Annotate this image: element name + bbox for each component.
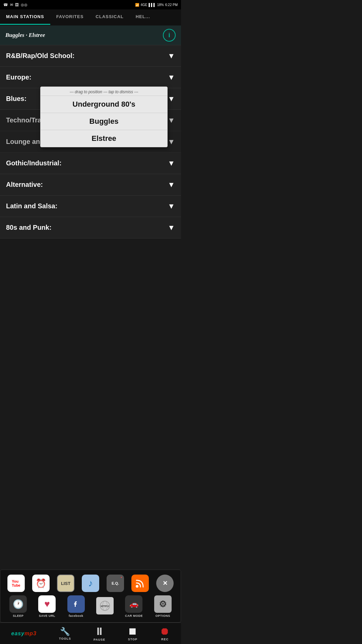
category-alternative-label: Alternative: [6,181,43,189]
status-bar: ☎ ✉ 🖼 ◎◎ 📶 4GE ▌▌▌ 18% 6:22 PM [0,0,181,9]
now-playing-title: Buggles · Elstree [5,32,45,39]
category-rnb[interactable]: R&B/Rap/Old School: ▼ [0,45,181,67]
category-gothic[interactable]: Gothic/Industrial: ▼ [0,153,181,174]
tab-bar: MAIN STATIONS FAVORITES CLASSICAL HEL... [0,9,181,25]
battery-icon: 18% [157,3,164,7]
info-button[interactable]: i [163,29,176,42]
now-playing-bar: Buggles · Elstree i [0,25,181,45]
time-display: 6:22 PM [165,3,178,7]
category-europe[interactable]: Europe: ▼ [0,67,181,88]
category-blues-label: Blues: [6,95,26,103]
category-latin-label: Latin and Salsa: [6,202,57,210]
category-rnb-label: R&B/Rap/Old School: [6,52,74,60]
network-icon: 4GE [140,3,147,7]
category-latin[interactable]: Latin and Salsa: ▼ [0,196,181,217]
tab-classical[interactable]: CLASSICAL [89,9,129,25]
status-left-icons: ☎ ✉ 🖼 ◎◎ [3,3,27,7]
chevron-down-icon: ▼ [168,159,175,168]
tab-main-stations[interactable]: MAIN STATIONS [0,9,50,25]
chevron-down-icon: ▼ [168,223,175,232]
tab-favorites[interactable]: FAVORITES [50,9,90,25]
phone-icon: ☎ [3,3,8,7]
voicemail-icon: ◎◎ [21,3,27,7]
category-gothic-label: Gothic/Industrial: [6,159,62,167]
category-punk[interactable]: 80s and Punk: ▼ [0,217,181,238]
chevron-down-icon: ▼ [168,202,175,211]
chevron-down-icon: ▼ [168,138,175,146]
tab-help[interactable]: HEL... [130,9,156,25]
image-icon: 🖼 [15,3,19,7]
tooltip-item-buggles[interactable]: Buggles [41,113,167,130]
category-europe-label: Europe: [6,73,32,81]
status-right-icons: 📶 4GE ▌▌▌ 18% 6:22 PM [135,3,178,7]
wifi-icon: 📶 [135,3,139,7]
chevron-down-icon: ▼ [168,73,175,82]
chevron-down-icon: ▼ [168,116,175,125]
mail-icon: ✉ [10,3,13,7]
chevron-down-icon: ▼ [168,95,175,103]
chevron-down-icon: ▼ [168,52,175,60]
chevron-down-icon: ▼ [168,180,175,189]
signal-icon: ▌▌▌ [148,3,156,7]
song-info-tooltip[interactable]: --- drag to position --- tap to dismiss … [40,87,168,147]
category-punk-label: 80s and Punk: [6,224,52,231]
tooltip-drag-hint: --- drag to position --- tap to dismiss … [41,87,167,96]
tooltip-item-underground[interactable]: Underground 80's [41,96,167,113]
category-alternative[interactable]: Alternative: ▼ [0,174,181,196]
tooltip-item-elstree[interactable]: Elstree [41,130,167,147]
